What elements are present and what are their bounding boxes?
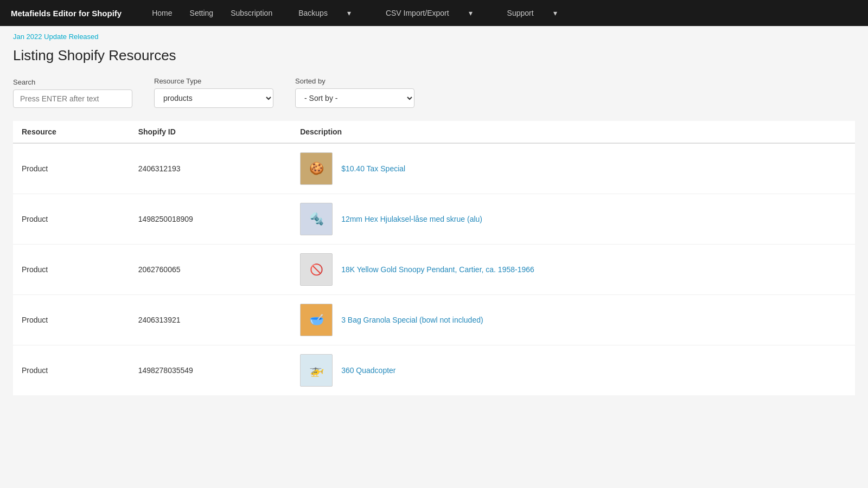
nav-home[interactable]: Home <box>143 9 181 17</box>
table-row: Product2406313921🥣3 Bag Granola Special … <box>13 295 855 345</box>
col-description: Description <box>291 121 855 143</box>
cell-description: 🔩12mm Hex Hjulaksel-låse med skrue (alu) <box>291 194 855 245</box>
cell-resource: Product <box>13 345 130 396</box>
search-label: Search <box>13 78 132 86</box>
table-row: Product1498278035549🚁360 Quadcopter <box>13 345 855 396</box>
cell-shopify-id: 1498250018909 <box>130 194 291 245</box>
nav-links: Home Setting Subscription Backups ▾ CSV … <box>143 9 574 17</box>
cell-resource: Product <box>13 245 130 295</box>
cell-shopify-id: 2406313921 <box>130 295 291 345</box>
backups-dropdown-arrow: ▾ <box>339 9 360 17</box>
filters-row: Search Resource Type products collection… <box>13 77 855 108</box>
nav-support[interactable]: Support ▾ <box>490 9 575 17</box>
table-row: Product1498250018909🔩12mm Hex Hjulaksel-… <box>13 194 855 245</box>
nav-brand: Metafields Editor for Shopify <box>11 9 122 18</box>
cell-resource: Product <box>13 143 130 194</box>
nav-setting[interactable]: Setting <box>181 9 222 17</box>
col-shopify-id: Shopify ID <box>130 121 291 143</box>
sorted-by-group: Sorted by - Sort by - Title A-Z Title Z-… <box>295 77 414 108</box>
table-row: Product2406312193🍪$10.40 Tax Special <box>13 143 855 194</box>
sorted-by-select[interactable]: - Sort by - Title A-Z Title Z-A ID Ascen… <box>295 88 414 108</box>
products-table: Resource Shopify ID Description Product2… <box>13 121 855 395</box>
product-link[interactable]: 3 Bag Granola Special (bowl not included… <box>341 316 483 324</box>
nav-subscription[interactable]: Subscription <box>222 9 281 17</box>
cell-shopify-id: 2406312193 <box>130 143 291 194</box>
product-link[interactable]: 360 Quadcopter <box>341 366 395 375</box>
table-header: Resource Shopify ID Description <box>13 121 855 143</box>
product-link[interactable]: 12mm Hex Hjulaksel-låse med skrue (alu) <box>341 215 482 223</box>
cell-shopify-id: 1498278035549 <box>130 345 291 396</box>
cell-resource: Product <box>13 194 130 245</box>
table-row: Product2062760065🚫18K Yellow Gold Snoopy… <box>13 245 855 295</box>
cell-description: 🚁360 Quadcopter <box>291 345 855 396</box>
cell-description: 🥣3 Bag Granola Special (bowl not include… <box>291 295 855 345</box>
product-thumbnail: 🥣 <box>300 304 333 336</box>
cell-description: 🍪$10.40 Tax Special <box>291 143 855 194</box>
search-input[interactable] <box>13 89 132 108</box>
product-link[interactable]: 18K Yellow Gold Snoopy Pendant, Cartier,… <box>341 265 534 274</box>
product-thumbnail: 🍪 <box>300 152 333 185</box>
resource-type-select[interactable]: products collections customers orders va… <box>154 88 273 108</box>
product-thumbnail: 🔩 <box>300 203 333 235</box>
product-link[interactable]: $10.40 Tax Special <box>341 164 405 173</box>
main-content: Jan 2022 Update Released Listing Shopify… <box>0 26 868 408</box>
cell-shopify-id: 2062760065 <box>130 245 291 295</box>
table-body: Product2406312193🍪$10.40 Tax SpecialProd… <box>13 143 855 395</box>
cell-description: 🚫18K Yellow Gold Snoopy Pendant, Cartier… <box>291 245 855 295</box>
update-link[interactable]: Jan 2022 Update Released <box>13 33 855 41</box>
sorted-by-label: Sorted by <box>295 77 414 85</box>
page-title: Listing Shopify Resources <box>13 47 855 64</box>
nav-csv[interactable]: CSV Import/Export ▾ <box>368 9 490 17</box>
col-resource: Resource <box>13 121 130 143</box>
resource-type-group: Resource Type products collections custo… <box>154 77 273 108</box>
support-dropdown-arrow: ▾ <box>545 9 566 17</box>
cell-resource: Product <box>13 295 130 345</box>
resource-type-label: Resource Type <box>154 77 273 85</box>
product-thumbnail: 🚁 <box>300 354 333 387</box>
product-thumbnail: 🚫 <box>300 253 333 286</box>
main-nav: Metafields Editor for Shopify Home Setti… <box>0 0 868 26</box>
csv-dropdown-arrow: ▾ <box>460 9 481 17</box>
search-group: Search <box>13 78 132 108</box>
nav-backups[interactable]: Backups ▾ <box>281 9 368 17</box>
